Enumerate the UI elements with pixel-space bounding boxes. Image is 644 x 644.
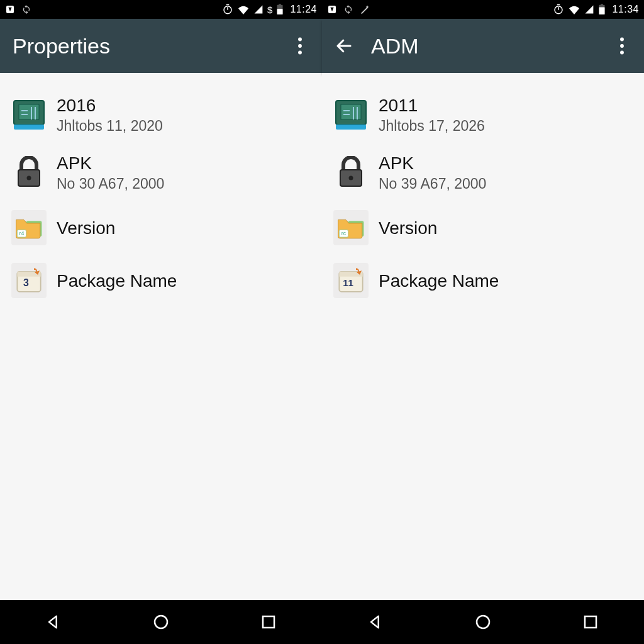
svg-point-12 — [27, 176, 31, 180]
item-subtitle: Jhltobs 17, 2026 — [379, 118, 633, 135]
svg-point-19 — [155, 616, 167, 628]
list-item[interactable]: rc Version — [322, 201, 644, 254]
item-title: APK — [379, 152, 633, 174]
list-item[interactable]: 3 Package Name — [0, 254, 322, 307]
nav-back-button[interactable] — [28, 606, 79, 638]
nav-bar — [0, 600, 322, 644]
app-bar: ADM — [322, 19, 644, 73]
list-item[interactable]: r4 Version — [0, 201, 322, 254]
calendar-icon: 11 — [333, 263, 369, 298]
nav-back-button[interactable] — [350, 606, 401, 638]
item-title: APK — [57, 152, 311, 174]
item-title: 2016 — [57, 94, 311, 116]
list-item[interactable]: 2016 Jhltobs 11, 2020 — [0, 86, 322, 143]
lock-icon — [333, 155, 369, 190]
item-title: 2011 — [379, 94, 633, 116]
svg-rect-20 — [263, 616, 274, 628]
list-item[interactable]: APK No 39 A67, 2000 — [322, 143, 644, 201]
status-bar: $ 11:24 — [0, 0, 322, 19]
svg-rect-25 — [599, 7, 605, 14]
svg-rect-30 — [341, 104, 361, 119]
timer-icon — [553, 4, 564, 15]
item-subtitle: No 39 A67, 2000 — [379, 175, 633, 192]
phone-right: 11:34 ADM 2011 Jhltobs 17, 2026 — [322, 0, 644, 644]
status-bar: 11:34 — [322, 0, 644, 19]
list-item[interactable]: 2011 Jhltobs 17, 2026 — [322, 86, 644, 143]
shield-icon — [5, 4, 15, 14]
list-item[interactable]: 11 Package Name — [322, 254, 644, 307]
item-title: Version — [57, 217, 311, 239]
sync-icon — [343, 4, 353, 14]
folder-icon: r4 — [11, 210, 47, 245]
svg-point-5 — [298, 38, 302, 42]
svg-rect-10 — [14, 125, 44, 130]
clock-text: 11:24 — [290, 4, 317, 15]
item-title: Version — [379, 217, 633, 239]
cell-signal-icon — [584, 4, 594, 14]
overflow-menu-button[interactable] — [291, 37, 309, 55]
folder-icon: rc — [333, 210, 369, 245]
svg-point-26 — [620, 38, 624, 42]
wand-icon — [360, 4, 370, 14]
dual-screenshot: $ 11:24 Properties 2016 Jhltobs 11, 2020 — [0, 0, 644, 644]
floppy-icon — [333, 97, 369, 132]
status-extra-text: $ — [267, 4, 272, 15]
svg-text:3: 3 — [23, 277, 29, 288]
content-list: 2011 Jhltobs 17, 2026 APK No 39 A67, 200… — [322, 73, 644, 600]
content-list: 2016 Jhltobs 11, 2020 APK No 30 A67, 200… — [0, 73, 322, 600]
svg-point-6 — [298, 44, 302, 48]
floppy-icon — [11, 97, 47, 132]
svg-point-7 — [298, 51, 302, 55]
page-title: Properties — [13, 34, 291, 58]
overflow-menu-button[interactable] — [613, 37, 631, 55]
svg-rect-9 — [19, 104, 39, 119]
nav-home-button[interactable] — [458, 606, 508, 638]
svg-point-33 — [349, 176, 353, 180]
svg-rect-24 — [601, 4, 604, 5]
lock-icon — [11, 155, 47, 190]
page-title: ADM — [371, 34, 613, 58]
item-subtitle: No 30 A67, 2000 — [57, 175, 311, 192]
svg-point-27 — [620, 44, 624, 48]
svg-point-28 — [620, 51, 624, 55]
svg-rect-31 — [336, 125, 366, 130]
cell-signal-icon — [253, 4, 264, 14]
item-title: Package Name — [379, 270, 633, 292]
svg-rect-41 — [585, 616, 596, 628]
clock-text: 11:34 — [612, 4, 639, 15]
svg-point-40 — [477, 616, 489, 628]
back-button[interactable] — [335, 36, 362, 55]
battery-icon — [276, 4, 284, 15]
sync-icon — [21, 4, 31, 14]
svg-rect-4 — [277, 9, 283, 14]
wifi-icon — [237, 4, 250, 14]
svg-text:11: 11 — [343, 277, 353, 288]
timer-icon — [222, 4, 233, 15]
battery-icon — [598, 4, 606, 15]
shield-icon — [327, 4, 337, 14]
svg-text:r4: r4 — [19, 230, 24, 236]
app-bar: Properties — [0, 19, 322, 73]
item-title: Package Name — [57, 270, 311, 292]
svg-rect-3 — [279, 4, 282, 5]
calendar-icon: 3 — [11, 263, 47, 298]
wifi-icon — [568, 4, 580, 14]
phone-left: $ 11:24 Properties 2016 Jhltobs 11, 2020 — [0, 0, 322, 644]
nav-recent-button[interactable] — [565, 606, 616, 638]
svg-text:rc: rc — [341, 230, 347, 236]
nav-bar — [322, 600, 644, 644]
nav-home-button[interactable] — [136, 606, 186, 638]
list-item[interactable]: APK No 30 A67, 2000 — [0, 143, 322, 201]
nav-recent-button[interactable] — [243, 606, 294, 638]
item-subtitle: Jhltobs 11, 2020 — [57, 118, 311, 135]
